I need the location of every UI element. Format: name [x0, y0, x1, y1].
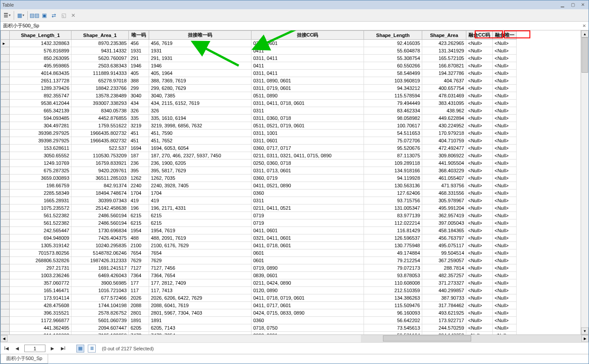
- cell[interactable]: 196: [129, 204, 149, 212]
- scroll-left-button[interactable]: ◀: [0, 335, 8, 342]
- cell[interactable]: 3900.56985: [71, 279, 129, 287]
- cell[interactable]: 60.550266: [364, 62, 422, 70]
- cell[interactable]: 0601: [251, 249, 364, 257]
- cell[interactable]: <Null>: [493, 257, 517, 264]
- cell[interactable]: 196, 2171, 4331: [149, 204, 251, 212]
- cell[interactable]: <Null>: [493, 62, 517, 70]
- row-selector[interactable]: [1, 257, 10, 264]
- cell[interactable]: <Null>: [493, 264, 517, 272]
- column-header[interactable]: 挂接CC码: [251, 31, 364, 40]
- cell[interactable]: 4452.876855: [71, 115, 129, 122]
- cell[interactable]: 7654: [149, 249, 251, 257]
- scroll-thumb-h[interactable]: [383, 335, 471, 342]
- cell[interactable]: 165.572105: [422, 55, 466, 62]
- cell[interactable]: 9538.412044: [10, 100, 71, 107]
- table-row[interactable]: 1289.37942618842.233766299299, 6280, 762…: [1, 85, 517, 92]
- cell[interactable]: 1744.104198: [71, 302, 129, 309]
- column-header[interactable]: 融合唯一: [493, 31, 517, 40]
- cell[interactable]: 0839, 0601: [251, 272, 364, 279]
- row-selector[interactable]: [1, 302, 10, 309]
- cell[interactable]: <Null>: [466, 160, 493, 167]
- cell[interactable]: 1954, 7619: [149, 227, 251, 234]
- cell[interactable]: <Null>: [493, 197, 517, 204]
- cell[interactable]: <Null>: [466, 92, 493, 100]
- cell[interactable]: 0411: [251, 47, 364, 55]
- cell[interactable]: 576.816899: [10, 47, 71, 55]
- cell[interactable]: <Null>: [493, 317, 517, 324]
- row-selector[interactable]: [1, 309, 10, 317]
- row-selector[interactable]: ▸: [1, 40, 10, 47]
- cell[interactable]: <Null>: [493, 204, 517, 212]
- switch-selection-icon[interactable]: ⇄: [49, 11, 58, 20]
- cell[interactable]: 166.870821: [422, 62, 466, 70]
- cell[interactable]: <Null>: [466, 317, 493, 324]
- cell[interactable]: 87.113075: [364, 152, 422, 160]
- cell[interactable]: <Null>: [493, 219, 517, 227]
- cell[interactable]: 131.005347: [364, 204, 422, 212]
- cell[interactable]: 387.90733: [422, 294, 466, 302]
- cell[interactable]: <Null>: [493, 227, 517, 234]
- cell[interactable]: 1987426.312333: [71, 257, 129, 264]
- row-selector[interactable]: [1, 115, 10, 122]
- cell[interactable]: 0250, 0360, 0718: [251, 160, 364, 167]
- cell[interactable]: 177: [129, 279, 149, 287]
- scroll-down-button[interactable]: ▼: [581, 327, 589, 334]
- table-row[interactable]: 675.2873259420.209761395395, 5817, 76290…: [1, 167, 517, 175]
- cell[interactable]: 16759.833921: [71, 160, 129, 167]
- cell[interactable]: 8340.05738: [71, 107, 129, 115]
- table-row[interactable]: 665.3421398340.05738326326031183.4623344…: [1, 107, 517, 115]
- cell[interactable]: <Null>: [466, 324, 493, 332]
- row-selector[interactable]: [1, 175, 10, 182]
- cell[interactable]: 95.520676: [364, 145, 422, 152]
- cell[interactable]: 0311, 0890, 0601: [251, 77, 364, 85]
- cell[interactable]: 299, 6280, 7629: [149, 85, 251, 92]
- grid-scroll[interactable]: Shape_Length_1Shape_Area_1唯一码挂接唯一码挂接CC码S…: [0, 30, 589, 334]
- cell[interactable]: 3219, 3998, 6856, 7632: [149, 122, 251, 130]
- cell[interactable]: 173.914114: [10, 294, 71, 302]
- vertical-scrollbar[interactable]: ▲ ▼: [581, 30, 589, 334]
- cell[interactable]: 92.416035: [364, 40, 422, 47]
- cell[interactable]: <Null>: [466, 115, 493, 122]
- cell[interactable]: <Null>: [466, 100, 493, 107]
- table-row[interactable]: 4014.863435111889.914333405405, 19640311…: [1, 70, 517, 77]
- cell[interactable]: 495.075117: [422, 242, 466, 249]
- last-record-button[interactable]: ▶I: [60, 345, 67, 352]
- table-row[interactable]: ▸1432.3288638970.235385456456, 76190321,…: [1, 40, 517, 47]
- cell[interactable]: 371.273327: [422, 279, 466, 287]
- table-row[interactable]: 2651.13772865278.97018388388, 7369, 7619…: [1, 77, 517, 85]
- cell[interactable]: 0890, 0601: [251, 332, 364, 335]
- cell[interactable]: 75.072706: [364, 137, 422, 145]
- cell[interactable]: 7654: [129, 249, 149, 257]
- cell[interactable]: 419: [129, 197, 149, 204]
- table-row[interactable]: 297.217311691.24151771277127, 74560719, …: [1, 264, 517, 272]
- row-selector[interactable]: [1, 70, 10, 77]
- cell[interactable]: <Null>: [466, 234, 493, 242]
- cell[interactable]: 675.287325: [10, 167, 71, 175]
- cell[interactable]: <Null>: [466, 257, 493, 264]
- cell[interactable]: 1891: [149, 317, 251, 324]
- cell[interactable]: 1262, 7035: [149, 175, 251, 182]
- cell[interactable]: 39398.297925: [10, 137, 71, 145]
- cell[interactable]: <Null>: [493, 234, 517, 242]
- cell[interactable]: 0511, 0890: [251, 92, 364, 100]
- table-row[interactable]: 1172.9668775601.06073918911891036056.642…: [1, 317, 517, 324]
- cell[interactable]: <Null>: [466, 189, 493, 197]
- cell[interactable]: 0601: [251, 257, 364, 264]
- cell[interactable]: <Null>: [466, 70, 493, 77]
- cell[interactable]: 94.343212: [364, 85, 422, 92]
- cell[interactable]: <Null>: [466, 219, 493, 227]
- cell[interactable]: <Null>: [466, 62, 493, 70]
- row-selector[interactable]: [1, 294, 10, 302]
- table-row[interactable]: 2285.5834918494.748674170417040360127.62…: [1, 189, 517, 197]
- cell[interactable]: 288.7814: [422, 264, 466, 272]
- cell[interactable]: 842.91374: [71, 182, 129, 189]
- cell[interactable]: 2026, 6206, 6422, 7629: [149, 294, 251, 302]
- cell[interactable]: 0211, 0424, 0890: [251, 279, 364, 287]
- cell[interactable]: 911.106302: [10, 332, 71, 335]
- cell[interactable]: 404.7637: [422, 77, 466, 85]
- cell[interactable]: 471.93756: [422, 182, 466, 189]
- cell[interactable]: 404.710759: [422, 137, 466, 145]
- cell[interactable]: 130.563136: [364, 182, 422, 189]
- cell[interactable]: <Null>: [466, 152, 493, 160]
- scroll-thumb-v[interactable]: [581, 37, 588, 73]
